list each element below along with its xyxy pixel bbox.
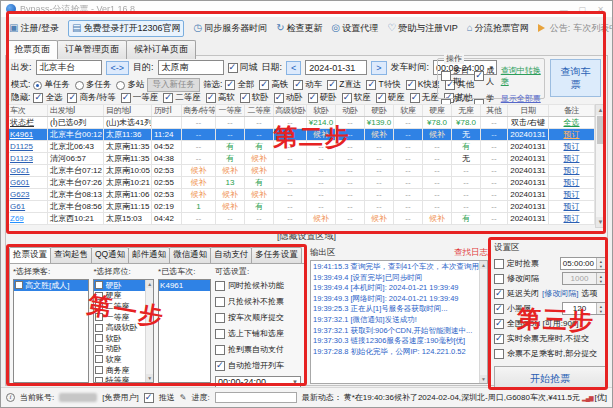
hide-checkbox[interactable]: 软卧: [240, 92, 269, 104]
hide-checkbox[interactable]: 高软: [206, 92, 235, 104]
checkbox[interactable]: [376, 93, 386, 103]
checkbox[interactable]: [308, 93, 318, 103]
hide-checkbox[interactable]: 全选: [33, 92, 62, 104]
hide-checkbox[interactable]: 一等座: [121, 92, 159, 104]
column-header[interactable]: 历时Ⅰ: [152, 105, 182, 117]
column-header[interactable]: 商务/特等: [182, 105, 216, 117]
toolbar-item-open-12306[interactable]: ▤免费登录打开12306官网: [68, 20, 184, 37]
checkbox[interactable]: [95, 313, 103, 321]
mode-radio[interactable]: 多站: [116, 79, 144, 91]
hide-checkbox[interactable]: 硬座: [376, 92, 405, 104]
train-link[interactable]: D1125: [10, 142, 33, 151]
option-checkbox[interactable]: 选上下铺和选座: [215, 327, 301, 340]
scroll-up-icon[interactable]: ▲: [480, 261, 487, 269]
scroll-up-icon[interactable]: ▲: [146, 280, 153, 288]
checkbox[interactable]: [15, 281, 23, 289]
import-task-button[interactable]: 导入新任务: [147, 78, 200, 92]
scroll-down-icon[interactable]: ▼: [596, 217, 605, 227]
checkbox[interactable]: [215, 361, 225, 371]
settings-tab-6[interactable]: 自动支付: [210, 247, 252, 263]
seat-list-scrollbar[interactable]: ▲ ▼: [145, 280, 153, 382]
spinner[interactable]: 05:00:00▴▾: [560, 257, 606, 270]
option-checkbox[interactable]: 按车次顺序提交: [215, 311, 301, 324]
table-row[interactable]: 状态栏(Ⅰ)已选0列(山)未选41列--------¥214.0--¥139.0…: [8, 117, 595, 129]
checkbox[interactable]: [410, 93, 420, 103]
column-header[interactable]: 出发地Ⅰ: [48, 105, 104, 117]
search-tickets-button[interactable]: 查询车票: [550, 59, 601, 97]
checkbox[interactable]: [494, 259, 504, 269]
train-link[interactable]: K4961: [10, 130, 33, 139]
train-link[interactable]: G601: [10, 178, 30, 187]
page-tab-2[interactable]: 订单管理页面: [57, 40, 127, 59]
mode-radio[interactable]: 多任务: [75, 79, 112, 91]
checkbox[interactable]: [494, 274, 504, 284]
spinner-arrows[interactable]: ▴▾: [596, 303, 605, 314]
checkbox[interactable]: [494, 289, 504, 299]
checkbox[interactable]: [406, 80, 416, 90]
toolbar-item-check-update[interactable]: ↻检查更新: [276, 22, 322, 35]
column-header[interactable]: 一等座: [216, 105, 245, 117]
find-log-link[interactable]: 查找日志: [454, 247, 488, 259]
checkbox[interactable]: [95, 355, 103, 363]
column-header[interactable]: 软座: [394, 105, 423, 117]
adult-checkbox[interactable]: 成人: [474, 65, 498, 87]
checkbox[interactable]: [95, 324, 103, 332]
column-header[interactable]: 动卧: [336, 105, 365, 117]
setting-row[interactable]: 全国CDN [可用:906]: [494, 316, 606, 331]
next-date-button[interactable]: >: [371, 61, 386, 75]
select-all-link[interactable]: 全选: [564, 118, 580, 127]
table-row[interactable]: D1125北京北06:43太原南11:3504:52--有有----------…: [8, 141, 595, 153]
column-header[interactable]: 日期: [508, 105, 549, 117]
checkbox[interactable]: [327, 80, 337, 90]
selected-train-list[interactable]: K4961: [158, 279, 211, 383]
hide-checkbox[interactable]: 软座: [342, 92, 371, 104]
book-link[interactable]: 预订: [564, 142, 580, 151]
setting-row[interactable]: 修改间隔1000▴▾: [494, 271, 606, 286]
setting-row[interactable]: 实时余票无座时,不提交: [494, 331, 606, 346]
settings-tab-4[interactable]: 邮件通知: [128, 247, 170, 263]
checkbox[interactable]: [215, 313, 225, 323]
radio[interactable]: [116, 81, 125, 90]
maximize-button[interactable]: ▢: [579, 5, 587, 14]
book-link[interactable]: 预订: [564, 166, 580, 175]
hide-checkbox[interactable]: 二等座: [163, 92, 201, 104]
toolbar-item-set-proxy[interactable]: ◎设置代理: [332, 22, 379, 35]
filter-checkbox[interactable]: T特快: [366, 79, 400, 91]
toolbar-item-register-login[interactable]: ▣注册/登录: [9, 22, 59, 35]
multi-date-checkbox[interactable]: 多日期: [441, 65, 471, 87]
checkbox[interactable]: [121, 93, 131, 103]
close-button[interactable]: ✕: [597, 5, 604, 14]
hide-checkbox[interactable]: 无座: [410, 92, 439, 104]
checkbox[interactable]: [293, 80, 303, 90]
checkbox[interactable]: [441, 71, 451, 81]
scrollbar-thumb[interactable]: [597, 116, 604, 144]
page-tab-1[interactable]: 抢票页面: [6, 40, 58, 59]
settings-tab-2[interactable]: 查询起售: [50, 247, 92, 263]
scroll-down-icon[interactable]: ▼: [146, 374, 153, 382]
checkbox[interactable]: [494, 319, 504, 329]
checkbox[interactable]: [163, 93, 173, 103]
toolbar-item-sponsor-vip[interactable]: ♡赞助与注册VIP: [387, 22, 457, 35]
table-row[interactable]: D1123清河06:57太原南11:3504:38--有候补----------…: [8, 153, 595, 165]
book-link[interactable]: 预订: [564, 190, 580, 199]
checkbox[interactable]: [494, 349, 504, 359]
book-link[interactable]: 预订: [564, 202, 580, 211]
table-scrollbar[interactable]: ▲ ▼: [595, 104, 606, 228]
column-header[interactable]: 软卧: [307, 105, 336, 117]
push-checkbox[interactable]: [144, 393, 154, 403]
checkbox[interactable]: [225, 80, 235, 90]
train-link[interactable]: D1123: [10, 154, 33, 163]
scroll-down-icon[interactable]: ▼: [480, 375, 487, 383]
toolbar-item-official-site[interactable]: ⌂分流抢票官网: [467, 22, 529, 35]
toolbar-item-sync-server-time[interactable]: ◷同步服务器时间: [193, 22, 267, 35]
from-input[interactable]: 北京丰台: [36, 60, 102, 75]
checkbox[interactable]: [33, 93, 43, 103]
prev-date-button[interactable]: <: [286, 61, 301, 75]
checkbox[interactable]: [95, 302, 103, 310]
checkbox[interactable]: [95, 334, 103, 342]
hide-checkbox[interactable]: 商务/特等: [67, 92, 115, 104]
spinner-arrows[interactable]: ▴▾: [596, 258, 605, 269]
column-header[interactable]: 备注: [549, 105, 595, 117]
filter-checkbox[interactable]: Z直达: [327, 79, 361, 91]
swap-stations-button[interactable]: <->: [106, 61, 130, 75]
